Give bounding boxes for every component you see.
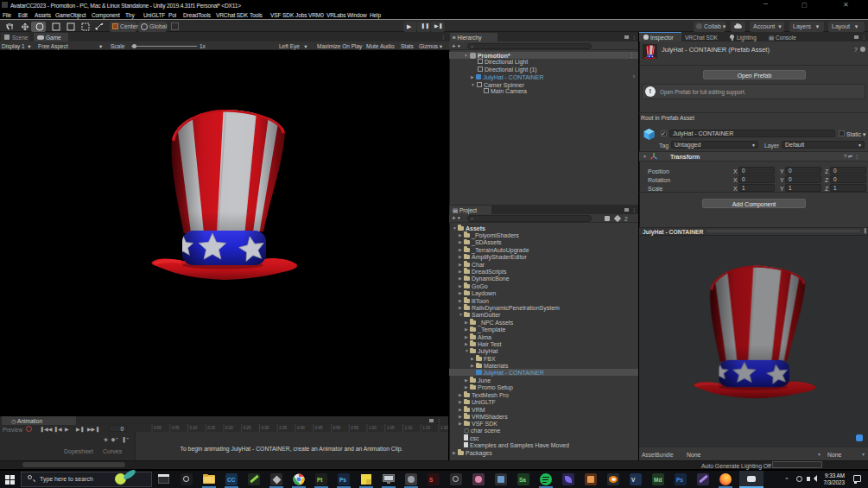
- svg-text:0:15: 0:15: [207, 426, 215, 430]
- svg-text:0:55: 0:55: [351, 426, 358, 430]
- svg-text:0:10: 0:10: [190, 426, 198, 430]
- svg-text:0:05: 0:05: [172, 426, 180, 430]
- svg-text:0:35: 0:35: [279, 426, 287, 430]
- svg-text:1:20: 1:20: [440, 426, 448, 430]
- svg-text:0:40: 0:40: [297, 426, 305, 430]
- svg-text:0:30: 0:30: [262, 426, 269, 430]
- svg-text:0:25: 0:25: [244, 426, 251, 430]
- svg-text:1:00: 1:00: [369, 426, 377, 430]
- svg-text:1:10: 1:10: [405, 426, 413, 430]
- svg-text:0:20: 0:20: [225, 426, 233, 430]
- svg-text:1:05: 1:05: [387, 426, 395, 430]
- svg-text:1:15: 1:15: [422, 426, 430, 430]
- svg-text:0:00: 0:00: [154, 426, 162, 430]
- svg-text:0:50: 0:50: [333, 426, 341, 430]
- svg-text:0:45: 0:45: [315, 426, 323, 430]
